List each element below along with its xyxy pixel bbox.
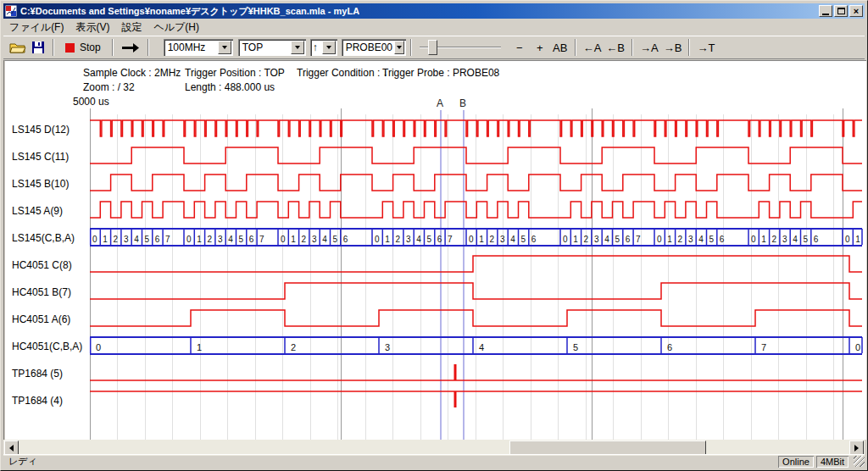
maximize-icon — [837, 8, 845, 14]
bus-value-text: 0 — [657, 235, 662, 244]
bus-value-text: 1 — [761, 235, 766, 244]
toolbar: Stop 100MHz TOP ↑ PROBE00 — [3, 36, 865, 59]
toolbar-separator — [575, 39, 576, 56]
slider-thumb[interactable] — [428, 40, 437, 55]
bus-value-text: 0 — [96, 342, 101, 352]
jump-to-trigger-button[interactable]: →T — [694, 39, 717, 56]
trigger-position-value: TOP — [238, 39, 289, 56]
bus-value-text: 6 — [531, 235, 537, 244]
set-cursor-b-button[interactable]: →B — [661, 39, 685, 56]
toolbar-separator — [112, 39, 114, 56]
scroll-left-button[interactable] — [4, 441, 19, 455]
bus-value-text: 5 — [521, 235, 526, 244]
sample-clock-combo[interactable]: 100MHz — [164, 39, 233, 56]
bus-value-text: 2 — [396, 235, 401, 244]
minimize-button[interactable] — [819, 5, 832, 17]
toolbar-separator — [410, 39, 412, 56]
bus-value-text: 4 — [416, 235, 421, 244]
bus-value-text: 0 — [563, 235, 568, 244]
toolbar-separator — [632, 39, 633, 56]
bus-value-text: 6 — [667, 342, 672, 352]
bus-value-text: 7 — [448, 235, 453, 244]
menu-item-2[interactable]: 設定 — [115, 19, 147, 36]
bus-value-text: 6 — [343, 235, 348, 244]
bus-value-text: 5 — [709, 235, 715, 244]
close-button[interactable]: × — [849, 5, 863, 17]
maximize-button[interactable] — [834, 5, 848, 17]
stop-label: Stop — [80, 42, 101, 53]
chevron-down-icon[interactable] — [291, 41, 304, 54]
trigger-position-combo[interactable]: TOP — [238, 39, 306, 56]
minimize-icon — [822, 14, 829, 15]
bus-value-text: 3 — [218, 235, 223, 244]
save-floppy-icon — [31, 41, 45, 54]
bus-value-text: 1 — [197, 342, 202, 352]
cursor-b-label: B — [459, 97, 466, 109]
app-window: C:¥Documents and Settings¥noname¥デスクトップ¥… — [0, 0, 868, 471]
set-cursor-a-button[interactable]: →A — [637, 39, 661, 56]
bus-value-text: 2 — [114, 235, 119, 244]
left-arrow-icon — [9, 445, 14, 452]
toolbar-separator — [688, 39, 690, 56]
menu-item-1[interactable]: 表示(V) — [70, 19, 115, 36]
bus-value-text: 0 — [855, 342, 860, 352]
bus-value-text: 0 — [186, 235, 192, 244]
bus-value-text: 1 — [667, 235, 672, 244]
zoom-slider[interactable] — [420, 39, 501, 56]
bus-value-text: 2 — [291, 342, 296, 352]
zoom-out-button[interactable]: − — [509, 39, 530, 56]
zoom-ab-button[interactable]: AB — [550, 39, 570, 56]
jump-to-cursor-a-button[interactable]: ←A — [581, 39, 604, 56]
bus-value-text: 0 — [751, 235, 756, 244]
open-folder-icon — [9, 41, 26, 54]
run-arrow-icon — [120, 42, 141, 53]
trigger-probe-combo[interactable]: PROBE00 — [342, 39, 406, 56]
bus-value-text: 4 — [228, 235, 233, 244]
chevron-down-icon[interactable] — [218, 41, 231, 54]
bus-value-text: 4 — [479, 342, 484, 352]
toolbar-separator — [53, 39, 54, 56]
bus-value-text: 2 — [490, 235, 495, 244]
trigger-edge-combo[interactable]: ↑ — [310, 39, 337, 56]
bus-value-text: 3 — [406, 235, 411, 244]
chevron-down-icon[interactable] — [394, 41, 404, 54]
bus-value-text: 6 — [814, 235, 819, 244]
bus-value-text: 6 — [249, 235, 254, 244]
menu-item-3[interactable]: ヘルプ(H) — [147, 19, 205, 36]
trigger-edge-value: ↑ — [310, 39, 320, 56]
bus-value-text: 2 — [678, 235, 683, 244]
save-file-button[interactable] — [28, 38, 48, 57]
toolbar-separator — [147, 39, 149, 56]
app-icon — [5, 5, 17, 17]
menu-item-0[interactable]: ファイル(F) — [3, 19, 70, 36]
jump-to-cursor-b-button[interactable]: ←B — [604, 39, 627, 56]
bus-value-text: 6 — [720, 235, 725, 244]
bus-value-text: 3 — [312, 235, 317, 244]
bus-value-text: 2 — [302, 235, 307, 244]
status-memory-badge: 4MBit — [816, 456, 849, 468]
scrollbar-thumb[interactable] — [509, 441, 706, 455]
stop-icon — [65, 43, 75, 53]
scroll-right-button[interactable] — [849, 441, 864, 455]
close-icon: × — [854, 7, 859, 15]
bus-value-text: 5 — [615, 235, 620, 244]
bus-value-text: 5 — [239, 235, 244, 244]
run-button[interactable] — [118, 38, 143, 57]
bus-value-text: 4 — [604, 235, 609, 244]
bus-value-text: 1 — [103, 235, 108, 244]
menu-bar: ファイル(F)表示(V)設定ヘルプ(H) — [3, 19, 865, 35]
bus-value-text: 3 — [385, 342, 390, 352]
zoom-in-button[interactable]: + — [530, 39, 550, 56]
stop-button[interactable]: Stop — [58, 39, 108, 56]
bus-value-text: 0 — [92, 235, 97, 244]
bus-value-text: 5 — [427, 235, 432, 244]
bus-value-text: 7 — [259, 235, 264, 244]
timing-diagram: AB01234567012345670123456012345670123456… — [5, 61, 868, 441]
chevron-down-icon[interactable] — [322, 41, 336, 54]
open-file-button[interactable] — [8, 38, 28, 57]
bus-value-text: 6 — [155, 235, 160, 244]
bus-value-text: 1 — [385, 235, 390, 244]
resize-grip-icon[interactable] — [854, 456, 865, 467]
cursor-a-label: A — [437, 97, 443, 109]
bus-value-text: 6 — [626, 235, 631, 244]
